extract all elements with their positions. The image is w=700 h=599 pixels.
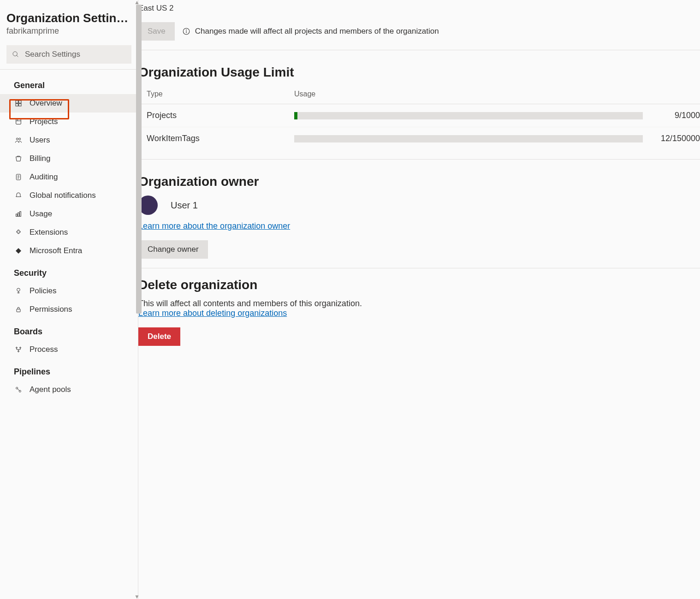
sidebar: ▲ ▼ Organization Settin… fabrikamprime S… <box>0 0 138 599</box>
auditing-icon <box>14 173 23 181</box>
policies-icon <box>14 287 23 295</box>
overview-icon <box>14 100 23 107</box>
svg-rect-5 <box>19 104 21 106</box>
group-general: General <box>0 72 138 94</box>
users-icon <box>14 136 23 144</box>
usage-value: 9/1000 <box>649 111 700 120</box>
usage-type: WorkItemTags <box>147 134 294 143</box>
sidebar-item-label: Agent pools <box>30 385 71 394</box>
sidebar-item-label: Policies <box>30 286 57 296</box>
svg-rect-16 <box>18 213 19 216</box>
sidebar-item-microsoftentra[interactable]: Microsoft Entra <box>0 242 138 260</box>
usage-icon <box>14 210 23 218</box>
usage-type: Projects <box>147 111 294 120</box>
usage-value: 12/150000 <box>649 134 700 143</box>
svg-rect-4 <box>16 104 18 106</box>
usage-header: Type Usage <box>138 86 700 104</box>
sidebar-title: Organization Settin… <box>6 11 131 25</box>
projects-icon <box>14 118 23 125</box>
agentpools-icon <box>14 386 23 393</box>
svg-point-10 <box>19 138 21 140</box>
search-placeholder: Search Settings <box>25 50 80 59</box>
extensions-icon <box>14 229 23 236</box>
divider <box>0 69 138 70</box>
delete-button[interactable]: Delete <box>138 327 180 346</box>
sidebar-item-label: Extensions <box>30 228 68 237</box>
usage-table: Type Usage Projects 9/1000 WorkItemTags … <box>138 86 700 150</box>
group-pipelines: Pipelines <box>0 359 138 380</box>
delete-title: Delete organization <box>138 278 700 292</box>
divider <box>138 268 700 268</box>
sidebar-item-policies[interactable]: Policies <box>0 282 138 300</box>
info-icon <box>182 27 190 36</box>
usage-title: Organization Usage Limit <box>138 65 700 80</box>
sidebar-item-agentpools[interactable]: Agent pools <box>0 380 138 399</box>
delete-learn-more-link[interactable]: Learn more about deleting organizations <box>138 308 287 318</box>
sidebar-item-usage[interactable]: Usage <box>0 205 138 223</box>
usage-bar <box>294 112 643 119</box>
process-icon <box>14 346 23 353</box>
svg-point-27 <box>186 30 186 30</box>
sidebar-item-permissions[interactable]: Permissions <box>0 300 138 319</box>
change-owner-button[interactable]: Change owner <box>138 240 208 259</box>
sidebar-item-process[interactable]: Process <box>0 340 138 359</box>
sidebar-item-label: Billing <box>30 154 50 163</box>
svg-point-20 <box>16 347 18 349</box>
usage-header-usage: Usage <box>294 90 315 98</box>
main-content: East US 2 Save Changes made will affect … <box>138 0 700 599</box>
svg-point-9 <box>16 138 18 140</box>
sidebar-item-label: Global notifications <box>30 191 96 200</box>
usage-header-type: Type <box>147 90 294 98</box>
sidebar-item-billing[interactable]: Billing <box>0 149 138 168</box>
sidebar-item-label: Microsoft Entra <box>30 246 82 255</box>
svg-rect-2 <box>16 101 18 103</box>
delete-text: This will affect all contents and member… <box>138 299 700 308</box>
owner-learn-more-link[interactable]: Learn more about the organization owner <box>138 221 290 231</box>
owner-name: User 1 <box>171 200 198 211</box>
scroll-down-icon[interactable]: ▼ <box>134 593 140 599</box>
group-boards: Boards <box>0 319 138 340</box>
usage-row-workitemtags: WorkItemTags 12/150000 <box>138 127 700 150</box>
search-icon <box>12 51 19 58</box>
svg-rect-6 <box>16 119 21 125</box>
owner-title: Organization owner <box>138 174 700 189</box>
divider <box>138 50 700 50</box>
sidebar-item-extensions[interactable]: Extensions <box>0 223 138 242</box>
notification-icon <box>14 192 23 199</box>
sidebar-item-label: Permissions <box>30 305 72 314</box>
sidebar-item-label: Projects <box>30 117 58 126</box>
sidebar-item-overview[interactable]: Overview <box>0 94 138 113</box>
svg-point-22 <box>18 351 19 352</box>
save-info-text: Changes made will affect all projects an… <box>195 27 439 36</box>
sidebar-item-auditing[interactable]: Auditing <box>0 168 138 186</box>
sidebar-item-label: Process <box>30 345 58 354</box>
sidebar-item-users[interactable]: Users <box>0 131 138 149</box>
svg-point-0 <box>13 52 17 56</box>
save-info-row: Changes made will affect all projects an… <box>182 27 439 36</box>
svg-rect-17 <box>20 212 21 217</box>
svg-point-21 <box>20 347 21 349</box>
group-security: Security <box>0 260 138 282</box>
sidebar-item-label: Usage <box>30 209 52 219</box>
svg-rect-19 <box>17 309 20 312</box>
divider <box>138 159 700 160</box>
billing-icon <box>14 155 23 162</box>
scrollbar-thumb[interactable] <box>136 5 142 314</box>
save-button[interactable]: Save <box>138 22 175 41</box>
search-input[interactable]: Search Settings <box>6 45 131 64</box>
usage-row-projects: Projects 9/1000 <box>138 104 700 127</box>
sidebar-item-label: Overview <box>30 99 62 108</box>
svg-point-18 <box>17 288 20 291</box>
permissions-icon <box>14 306 23 313</box>
region-value: East US 2 <box>138 4 700 13</box>
sidebar-item-projects[interactable]: Projects <box>0 113 138 131</box>
sidebar-item-globalnotifications[interactable]: Global notifications <box>0 186 138 205</box>
svg-rect-15 <box>16 214 18 216</box>
entra-icon <box>14 247 23 255</box>
svg-line-1 <box>17 55 18 57</box>
sidebar-org: fabrikamprime <box>6 26 131 36</box>
owner-row: User 1 <box>138 196 700 215</box>
sidebar-item-label: Users <box>30 136 50 145</box>
svg-rect-3 <box>19 101 21 103</box>
sidebar-item-label: Auditing <box>30 172 58 182</box>
